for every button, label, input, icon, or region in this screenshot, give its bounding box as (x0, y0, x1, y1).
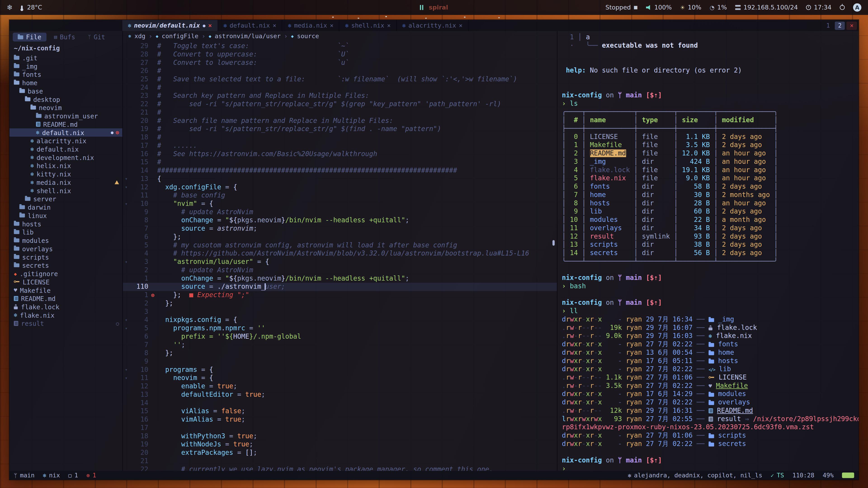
editor-line[interactable]: 27 # Convert to lowercase: `u` (123, 59, 557, 67)
tree-item-fonts[interactable]: fonts (9, 70, 123, 78)
editor-line[interactable]: 22 # currently we use lazy.nvim as neovi… (123, 465, 557, 471)
power-icon[interactable] (840, 5, 845, 10)
editor-line[interactable]: 8 onChange = "${pkgs.neovim}/bin/nvim --… (123, 217, 557, 225)
editor-line[interactable]: 2 # update AstroNvim (123, 266, 557, 274)
close-tab-icon[interactable]: × (387, 22, 391, 29)
cpu-widget[interactable]: ◔ 1% (710, 4, 727, 11)
tree-item-development.nix[interactable]: ❄development.nix (9, 153, 123, 162)
tree-item-base[interactable]: base (9, 87, 123, 95)
explorer-source-file[interactable]: File (13, 33, 46, 41)
editor-line[interactable]: 20 # Search file name pattern and Replac… (123, 117, 557, 125)
editor-line[interactable]: 2 }; (123, 299, 557, 308)
scrollbar-thumb[interactable] (553, 240, 555, 246)
editor-line[interactable]: 22 # sed -ri "s/pattern_str/replace_str/… (123, 100, 557, 108)
tree-item-default.nix[interactable]: ❄default.nix●⊗ (9, 128, 123, 137)
editor-line[interactable]: ▾5 programs.npm.npmrc = '' (123, 324, 557, 332)
buffer-tab[interactable]: ❄media.nix× (283, 20, 340, 31)
editor-line[interactable]: 9 (123, 357, 557, 366)
tree-item-README.md[interactable]: README.md (9, 294, 123, 303)
terminal-pane[interactable]: 1 │ a · ╰── executable was not found hel… (557, 31, 859, 471)
editor-line[interactable]: 1 onChange = "${pkgs.neovim}/bin/nvim --… (123, 274, 557, 283)
editor-line[interactable]: 110 source = ./astronvim_user; (123, 283, 557, 291)
tree-item-hosts[interactable]: hosts (9, 220, 123, 228)
explorer-source-bufs[interactable]: ▤Bufs (49, 33, 80, 41)
editor-line[interactable]: 24 # (123, 84, 557, 92)
tree-item-secrets[interactable]: secrets (9, 261, 123, 269)
editor-line[interactable]: ▾12 xdg.configFile = { (123, 183, 557, 192)
editor-line[interactable]: 21 # (123, 108, 557, 117)
tree-item-media.nix[interactable]: ❄media.nix (9, 178, 123, 187)
editor-line[interactable]: ▾10 "nvim" = { (123, 200, 557, 208)
close-tab-icon[interactable]: × (330, 22, 333, 29)
editor-line[interactable]: ▾11 neovim = { (123, 374, 557, 383)
editor-line[interactable]: 18 # (123, 133, 557, 142)
editor-line[interactable]: ▾13 { (123, 175, 557, 183)
tree-item-linux[interactable]: linux (9, 212, 123, 220)
close-tab-icon[interactable]: × (208, 22, 212, 29)
editor-line[interactable]: 16 vimAlias = true; (123, 416, 557, 424)
explorer-source-git[interactable]: ᛘGit (83, 33, 110, 41)
tree-item-home[interactable]: home (9, 78, 123, 87)
tree-item-astronvim_user[interactable]: astronvim_user (9, 112, 123, 120)
close-tab-icon[interactable]: × (459, 22, 463, 29)
tabpage-1[interactable]: 1 (823, 21, 833, 30)
tree-item-desktop[interactable]: desktop (9, 95, 123, 103)
tree-item-README.md[interactable]: README.md (9, 120, 123, 128)
editor-line[interactable]: 6 }; (123, 233, 557, 241)
editor-line[interactable]: 14 (123, 399, 557, 408)
editor-code[interactable]: 29 # Toggle text's case: `~` 28 # Conver… (123, 41, 557, 471)
breadcrumb-item[interactable]: xdg (134, 32, 146, 39)
tree-item-alacritty.nix[interactable]: ❄alacritty.nix (9, 137, 123, 145)
buffer-tab[interactable]: ❄default.nix× (218, 20, 282, 31)
editor-line[interactable]: 29 # Toggle text's case: `~` (123, 42, 557, 51)
tree-item-Makefile[interactable]: ♥Makefile (9, 286, 123, 294)
editor-line[interactable]: 28 # Convert to uppercase: `U` (123, 51, 557, 59)
tree-item-default.nix[interactable]: ❄default.nix (9, 145, 123, 153)
tree-item-scripts[interactable]: scripts (9, 253, 123, 261)
editor-line[interactable]: 4 # https://github.com/AstroNvim/AstroNv… (123, 250, 557, 258)
keyboard-layout-badge[interactable]: A (853, 3, 862, 12)
editor-line[interactable]: 19 withNodeJs = true; (123, 440, 557, 449)
tree-item-kitty.nix[interactable]: ❄kitty.nix (9, 170, 123, 178)
buffer-tab[interactable]: ❄shell.nix× (340, 20, 397, 31)
tree-item-flake.nix[interactable]: ❄flake.nix (9, 311, 123, 319)
brightness-widget[interactable]: ☀ 10% (680, 4, 702, 11)
tree-item-darwin[interactable]: darwin (9, 203, 123, 212)
tree-item-neovim[interactable]: neovim (9, 103, 123, 112)
editor-line[interactable]: 20 extraPackages = []; (123, 449, 557, 457)
editor-line[interactable]: 6 prefix = ''${HOME}/.npm-global (123, 332, 557, 341)
editor-line[interactable]: 23 # Search key pattern and Replace in M… (123, 92, 557, 100)
editor-line[interactable]: ▾10 programs = { (123, 366, 557, 374)
tree-item-helix.nix[interactable]: ❄helix.nix (9, 162, 123, 170)
editor-line[interactable]: 13 defaultEditor = true; (123, 391, 557, 399)
editor-line[interactable]: 16 # See https://astronvim.com/Basic%20U… (123, 150, 557, 158)
editor-line[interactable]: 18 withPython3 = true; (123, 432, 557, 441)
editor-line[interactable]: 26 # (123, 67, 557, 75)
tree-item-LICENSE[interactable]: LICENSE (9, 278, 123, 286)
tree-item-.git[interactable]: .git (9, 54, 123, 62)
tree-item-overlays[interactable]: overlays (9, 245, 123, 253)
editor-line[interactable]: 15 viAlias = false; (123, 407, 557, 416)
breadcrumb-item[interactable]: astronvim/lua/user (215, 32, 281, 39)
tree-item-shell.nix[interactable]: ❄shell.nix (9, 186, 123, 195)
editor-line[interactable]: 7 source = astronvim; (123, 225, 557, 233)
editor-line[interactable]: 3 (123, 308, 557, 316)
editor-line[interactable]: 25 # Save the selected text to a file: `… (123, 75, 557, 84)
tree-item-lib[interactable]: lib (9, 228, 123, 236)
buffer-tab[interactable]: ❄neovim/default.nix●× (122, 20, 218, 31)
editor-line[interactable]: 12 enable = true; (123, 382, 557, 391)
editor-line[interactable]: 1⊗ }; ■ Expecting ";" (123, 291, 557, 299)
nixos-logo-icon[interactable]: ❄ (6, 3, 13, 12)
close-tab-icon[interactable]: × (273, 22, 276, 29)
editor-line[interactable]: 9 # update AstroNvim (123, 208, 557, 217)
error-diagnostics-segment[interactable]: ⊗ 1 (86, 472, 96, 479)
editor-line[interactable]: 11 # base config (123, 191, 557, 200)
temperature-widget[interactable]: 28°C (21, 4, 42, 11)
editor-line[interactable]: ▾3 "astronvim/lua/user" = { (123, 258, 557, 266)
tree-item-flake.lock[interactable]: flake.lock (9, 303, 123, 311)
close-window-icon[interactable]: × (846, 21, 857, 30)
tree-item-_img[interactable]: _img (9, 62, 123, 70)
editor-line[interactable]: 21 (123, 457, 557, 465)
editor-line[interactable]: ▾4 nixpkgs.config = { (123, 316, 557, 324)
volume-widget[interactable]: 100% (646, 4, 672, 11)
